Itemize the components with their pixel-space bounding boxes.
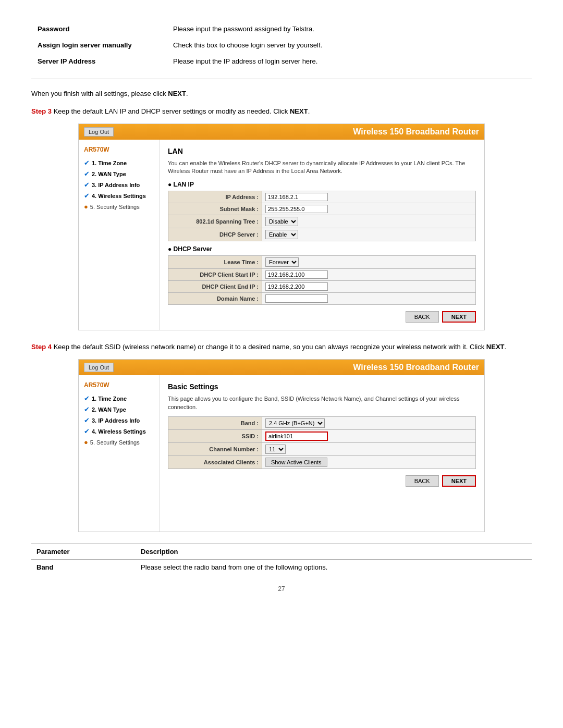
field-value — [262, 292, 476, 304]
step4-body: Keep the default SSID (wireless network … — [52, 343, 486, 351]
field-value: Show Active Clients — [262, 456, 476, 469]
field-value — [262, 430, 476, 443]
step3-text: Step 3 Keep the default LAN IP and DHCP … — [31, 106, 532, 117]
sidebar-label: 1. Time Zone — [92, 160, 127, 166]
router2-fields-form: Band :2.4 GHz (B+G+N)SSID :Channel Numbe… — [168, 416, 476, 469]
param-label: Server IP Address — [31, 53, 167, 69]
sidebar-item-2[interactable]: ✔2. WAN Type — [79, 168, 159, 179]
sidebar-bullet: ✔ — [84, 394, 90, 402]
param-desc: Please input the password assigned by Te… — [167, 21, 532, 37]
sidebar-bullet: ✔ — [84, 405, 90, 413]
router1-header: Log Out Wireless 150 Broadband Router — [79, 124, 484, 140]
sidebar-label: 5. Security Settings — [90, 439, 140, 446]
field-value: 1112345678910 — [262, 443, 476, 456]
param-desc: Please input the IP address of login ser… — [167, 53, 532, 69]
router1-section-title: LAN — [168, 147, 476, 155]
field-label: Channel Number : — [168, 443, 262, 456]
top-param-row: PasswordPlease input the password assign… — [31, 21, 532, 37]
bottom-param-desc: Please select the radio band from one of… — [136, 560, 532, 575]
input-1[interactable] — [265, 431, 328, 441]
router2-next-button[interactable]: NEXT — [442, 475, 476, 487]
router2-body: AR570W ✔1. Time Zone✔2. WAN Type✔3. IP A… — [79, 375, 484, 532]
sidebar-item-2[interactable]: ✔2. WAN Type — [79, 404, 159, 415]
sidebar-item-5[interactable]: ●5. Security Settings — [79, 201, 159, 212]
step3-body: Keep the default LAN IP and DHCP server … — [52, 107, 290, 115]
form-row-2: Channel Number :1112345678910 — [168, 443, 476, 456]
router2-section-title: Basic Settings — [168, 382, 476, 391]
param-label: Assign login server manually — [31, 37, 167, 53]
field-value: DisableEnable — [262, 215, 476, 228]
input-1[interactable] — [265, 270, 328, 279]
param-label: Password — [31, 21, 167, 37]
router1-logout-button[interactable]: Log Out — [84, 127, 114, 137]
field-label: Associated Clients : — [168, 456, 262, 469]
form-row-2: 802.1d Spanning Tree :DisableEnable — [168, 215, 476, 228]
sidebar-label: 1. Time Zone — [92, 396, 127, 402]
router2-sidebar: AR570W ✔1. Time Zone✔2. WAN Type✔3. IP A… — [79, 375, 160, 532]
input-1[interactable] — [265, 205, 328, 213]
router2-logout-button[interactable]: Log Out — [84, 363, 114, 372]
router1-main: LAN You can enable the Wireless Router's… — [160, 140, 484, 330]
router2-model: AR570W — [79, 379, 159, 393]
input-3[interactable] — [265, 294, 328, 303]
select-2[interactable]: 1112345678910 — [265, 445, 286, 454]
sidebar-bullet: ✔ — [84, 181, 90, 189]
sidebar-item-1[interactable]: ✔1. Time Zone — [79, 157, 159, 168]
router1-back-button[interactable]: BACK — [406, 311, 439, 323]
sidebar-label: 4. Wireless Settings — [92, 428, 146, 435]
router1-dhcp-label: ● DHCP Server — [168, 245, 476, 253]
step4-text: Step 4 Keep the default SSID (wireless n… — [31, 342, 532, 352]
sidebar-item-4[interactable]: ✔4. Wireless Settings — [79, 190, 159, 201]
router1-title: Wireless 150 Broadband Router — [114, 127, 479, 137]
select-2[interactable]: DisableEnable — [265, 217, 298, 226]
router1-section-desc: You can enable the Wireless Router's DHC… — [168, 159, 476, 176]
router2-buttons: BACK NEXT — [168, 475, 476, 487]
field-label: Band : — [168, 417, 262, 430]
form-row-0: IP Address : — [168, 191, 476, 203]
bottom-param-table: ParameterDescriptionBandPlease select th… — [31, 544, 532, 575]
sidebar-bullet: ● — [84, 438, 88, 446]
sidebar-item-3[interactable]: ✔3. IP Address Info — [79, 179, 159, 190]
form-row-3: Domain Name : — [168, 292, 476, 304]
router1-dhcp-form: Lease Time :Forever1 Day2 DaysDHCP Clien… — [168, 255, 476, 305]
form-row-1: Subnet Mask : — [168, 203, 476, 215]
field-label: Domain Name : — [168, 292, 262, 304]
sidebar-label: 5. Security Settings — [90, 204, 140, 210]
sidebar-label: 2. WAN Type — [92, 406, 126, 413]
field-value — [262, 268, 476, 280]
router1-model: AR570W — [79, 144, 159, 157]
field-value: 2.4 GHz (B+G+N) — [262, 417, 476, 430]
field-label: Subnet Mask : — [168, 203, 262, 215]
sidebar-item-4[interactable]: ✔4. Wireless Settings — [79, 426, 159, 437]
select-3[interactable]: EnableDisable — [265, 230, 298, 239]
sidebar-label: 3. IP Address Info — [92, 417, 140, 424]
input-0[interactable] — [265, 193, 328, 201]
sidebar-bullet: ✔ — [84, 170, 90, 178]
router2-back-button[interactable]: BACK — [406, 475, 439, 487]
top-param-row: Server IP AddressPlease input the IP add… — [31, 53, 532, 69]
router1-next-button[interactable]: NEXT — [442, 311, 476, 323]
sidebar-bullet: ✔ — [84, 192, 90, 200]
router2-title: Wireless 150 Broadband Router — [114, 363, 479, 372]
input-2[interactable] — [265, 282, 328, 291]
form-row-2: DHCP Client End IP : — [168, 280, 476, 292]
top-param-row: Assign login server manuallyCheck this b… — [31, 37, 532, 53]
sidebar-bullet: ✔ — [84, 159, 90, 167]
col-desc: Description — [136, 544, 532, 560]
divider — [31, 79, 532, 79]
select-0[interactable]: 2.4 GHz (B+G+N) — [265, 418, 325, 428]
sidebar-label: 2. WAN Type — [92, 171, 126, 177]
form-row-3: Associated Clients :Show Active Clients — [168, 456, 476, 469]
sidebar-bullet: ✔ — [84, 427, 90, 435]
show-clients-button[interactable]: Show Active Clients — [265, 458, 327, 467]
sidebar-label: 4. Wireless Settings — [92, 193, 146, 199]
bottom-param-row-0: BandPlease select the radio band from on… — [31, 560, 532, 575]
router1-body: AR570W ✔1. Time Zone✔2. WAN Type✔3. IP A… — [79, 140, 484, 330]
field-value: Forever1 Day2 Days — [262, 255, 476, 268]
field-label: DHCP Server : — [168, 228, 262, 241]
step3-intro-bold: NEXT — [168, 90, 186, 97]
sidebar-item-5[interactable]: ●5. Security Settings — [79, 437, 159, 448]
select-0[interactable]: Forever1 Day2 Days — [265, 257, 299, 267]
sidebar-item-3[interactable]: ✔3. IP Address Info — [79, 415, 159, 426]
sidebar-item-1[interactable]: ✔1. Time Zone — [79, 393, 159, 404]
